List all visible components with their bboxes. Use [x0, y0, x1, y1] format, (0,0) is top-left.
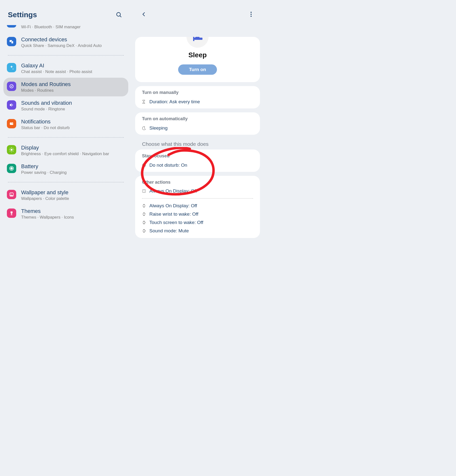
settings-item-modes-routines[interactable]: Modes and Routines Modes · Routines: [3, 78, 128, 96]
manual-card: Turn on manually Duration: Ask every tim…: [135, 86, 260, 108]
svg-point-23: [251, 14, 252, 15]
action-label: Touch screen to wake: Off: [149, 220, 203, 225]
sounds-vibration-icon: [7, 100, 16, 110]
choose-header: Choose what this mode does: [135, 139, 260, 149]
item-title: Notifications: [21, 119, 125, 125]
settings-item-battery[interactable]: Battery Power saving · Charging: [3, 160, 128, 178]
svg-line-14: [10, 151, 10, 151]
svg-point-17: [11, 167, 13, 169]
item-subtitle: Brightness · Eye comfort shield · Naviga…: [21, 151, 125, 156]
svg-rect-3: [11, 41, 13, 44]
action-label: Always On Display: Off: [149, 203, 197, 208]
search-icon: [116, 12, 122, 18]
item-title: Battery: [21, 163, 125, 170]
settings-list: Wi-Fi · Bluetooth · SIM manager Connecte…: [3, 25, 128, 223]
item-title: Themes: [21, 208, 125, 214]
manual-header: Turn on manually: [135, 86, 260, 97]
divider: [8, 55, 124, 56]
action-row[interactable]: Raise wrist to wake: Off: [135, 210, 260, 218]
item-subtitle: Wallpapers · Color palette: [21, 196, 125, 201]
turn-on-button[interactable]: Turn on: [178, 64, 217, 75]
svg-rect-20: [11, 213, 12, 215]
divider: [8, 137, 124, 138]
item-title: Sounds and vibration: [21, 100, 125, 106]
back-icon: [141, 12, 147, 17]
watch-touch-icon: [142, 221, 146, 224]
svg-line-12: [10, 148, 10, 149]
settings-item-galaxy-ai[interactable]: Galaxy AI Chat assist · Note assist · Ph…: [3, 59, 128, 78]
clock-icon: [142, 189, 146, 193]
action-label: Always On Display: Off: [149, 188, 197, 194]
action-row[interactable]: Touch screen to wake: Off: [135, 218, 260, 227]
more-icon: [250, 11, 252, 17]
other-actions-card: Other actions Always On Display: Off Alw…: [135, 176, 260, 238]
settings-title: Settings: [8, 11, 37, 19]
item-title: Display: [21, 145, 125, 151]
svg-point-7: [11, 149, 13, 151]
more-button[interactable]: [246, 9, 256, 19]
back-button[interactable]: [139, 9, 149, 19]
dnd-row[interactable]: Do not disturb: On: [135, 161, 260, 172]
action-row[interactable]: Always On Display: Off: [135, 187, 260, 195]
hourglass-icon: [142, 100, 146, 104]
stay-focused-header: Stay focused: [135, 149, 260, 161]
stay-focused-card: Stay focused Do not disturb: On: [135, 149, 260, 172]
item-subtitle: Chat assist · Note assist · Photo assist: [21, 69, 125, 74]
item-title: Connected devices: [21, 36, 125, 43]
moon-icon: [142, 126, 146, 130]
dnd-label: Do not disturb: On: [149, 163, 187, 168]
item-subtitle: Status bar · Do not disturb: [21, 125, 125, 130]
svg-line-15: [13, 148, 13, 149]
svg-rect-31: [143, 213, 145, 215]
svg-point-24: [251, 16, 252, 17]
divider: [8, 182, 124, 182]
watch-icon: [142, 204, 146, 208]
item-subtitle: Themes · Wallpapers · Icons: [21, 215, 125, 220]
modes-routines-icon: [7, 82, 16, 91]
sleep-icon-wrap: [186, 37, 209, 48]
other-actions-header: Other actions: [135, 176, 260, 187]
mode-detail-panel: Sleep Turn on Turn on manually Duration:…: [132, 0, 263, 272]
display-icon: [7, 145, 16, 154]
search-button[interactable]: [114, 10, 124, 20]
svg-rect-25: [193, 37, 194, 41]
item-title: Galaxy AI: [21, 62, 125, 69]
card-divider: [142, 198, 253, 199]
settings-item-themes[interactable]: Themes Themes · Wallpapers · Icons: [3, 205, 128, 223]
item-title: Wallpaper and style: [21, 189, 125, 196]
settings-item-connected-devices[interactable]: Connected devices Quick Share · Samsung …: [3, 33, 128, 52]
connected-devices-icon: [7, 37, 16, 46]
action-row[interactable]: Sound mode: Mute: [135, 227, 260, 238]
svg-line-1: [120, 16, 121, 17]
duration-row[interactable]: Duration: Ask every time: [135, 97, 260, 108]
svg-rect-26: [194, 38, 202, 40]
svg-rect-32: [143, 222, 145, 223]
action-label: Sound mode: Mute: [149, 228, 189, 234]
connections-icon: [7, 25, 16, 28]
svg-point-6: [12, 122, 13, 124]
item-subtitle: Power saving · Charging: [21, 170, 125, 175]
mode-title: Sleep: [135, 51, 260, 59]
settings-item-wallpaper-style[interactable]: Wallpaper and style Wallpapers · Color p…: [3, 186, 128, 205]
svg-rect-21: [11, 215, 13, 215]
dnd-icon: [142, 163, 146, 167]
watch-sound-icon: [142, 229, 146, 233]
action-row[interactable]: Always On Display: Off: [135, 202, 260, 210]
settings-item-sounds-vibration[interactable]: Sounds and vibration Sound mode · Ringto…: [3, 96, 128, 115]
settings-item-display[interactable]: Display Brightness · Eye comfort shield …: [3, 141, 128, 160]
auto-trigger-row[interactable]: Sleeping: [135, 123, 260, 135]
svg-point-0: [117, 13, 120, 16]
svg-line-13: [13, 151, 13, 151]
action-label: Raise wrist to wake: Off: [149, 211, 198, 217]
svg-rect-30: [143, 205, 145, 207]
item-subtitle: Sound mode · Ringtone: [21, 107, 125, 112]
themes-icon: [7, 208, 16, 218]
settings-item-notifications[interactable]: Notifications Status bar · Do not distur…: [3, 115, 128, 134]
item-subtitle: Quick Share · Samsung DeX · Android Auto: [21, 43, 125, 48]
svg-point-19: [11, 194, 12, 194]
svg-rect-34: [143, 230, 145, 232]
mode-header-card: Sleep Turn on: [135, 37, 260, 82]
galaxy-ai-icon: [7, 63, 16, 72]
battery-icon: [7, 164, 16, 173]
settings-item-connections-partial[interactable]: Wi-Fi · Bluetooth · SIM manager: [3, 25, 128, 33]
